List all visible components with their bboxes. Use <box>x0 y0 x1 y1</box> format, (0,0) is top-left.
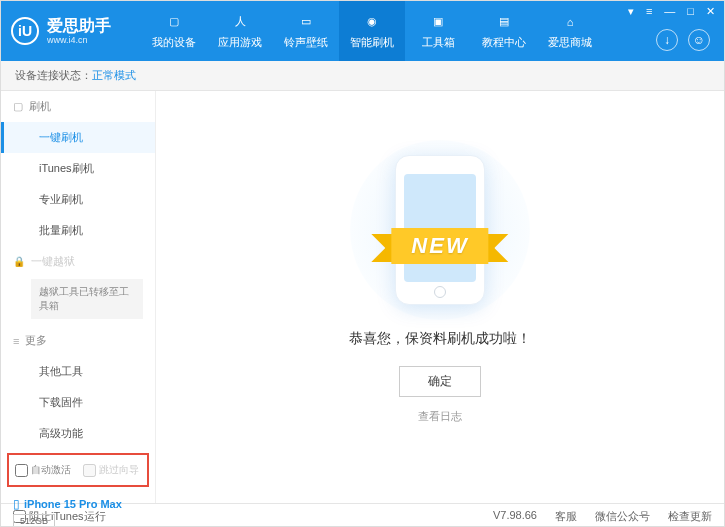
success-message: 恭喜您，保资料刷机成功啦！ <box>349 330 531 348</box>
nav-apps-games[interactable]: 人应用游戏 <box>207 1 273 61</box>
status-bar: 设备连接状态： 正常模式 <box>1 61 724 91</box>
device-info[interactable]: ▯ iPhone 15 Pro Max 512GB iPhone <box>1 491 155 527</box>
device-name: iPhone 15 Pro Max <box>24 498 122 510</box>
nav-ringtone-wallpaper[interactable]: ▭铃声壁纸 <box>273 1 339 61</box>
more-icon: ≡ <box>13 335 19 347</box>
sidebar-item-pro-flash[interactable]: 专业刷机 <box>1 184 155 215</box>
ok-button[interactable]: 确定 <box>399 366 481 397</box>
menu-icon[interactable]: ▾ <box>625 5 637 18</box>
minimize-icon[interactable]: — <box>661 5 678 18</box>
maximize-icon[interactable]: □ <box>684 5 697 18</box>
sidebar: ▢刷机 一键刷机 iTunes刷机 专业刷机 批量刷机 🔒一键越狱 越狱工具已转… <box>1 91 156 503</box>
activation-options-highlighted: 自动激活 跳过向导 <box>7 453 149 487</box>
nav-store[interactable]: ⌂爱思商城 <box>537 1 603 61</box>
download-button[interactable]: ↓ <box>656 29 678 51</box>
sidebar-section-more[interactable]: ≡更多 <box>1 325 155 356</box>
footer-link-update[interactable]: 检查更新 <box>668 509 712 524</box>
settings-icon[interactable]: ≡ <box>643 5 655 18</box>
checkbox-skip-guide[interactable]: 跳过向导 <box>83 463 139 477</box>
device-storage: 512GB <box>13 514 55 527</box>
new-ribbon: NEW <box>391 228 488 264</box>
logo-icon: iU <box>11 17 39 45</box>
list-icon: ▢ <box>13 100 23 113</box>
flash-icon: ◉ <box>363 13 381 31</box>
nav-toolbox[interactable]: ▣工具箱 <box>405 1 471 61</box>
status-label: 设备连接状态： <box>15 68 92 83</box>
window-controls: ▾ ≡ — □ ✕ <box>625 5 718 18</box>
nav-tutorials[interactable]: ▤教程中心 <box>471 1 537 61</box>
image-icon: ▭ <box>297 13 315 31</box>
device-phone-icon: ▯ <box>13 497 20 511</box>
nav-smart-flash[interactable]: ◉智能刷机 <box>339 1 405 61</box>
logo-area: iU 爱思助手 www.i4.cn <box>11 16 141 46</box>
version-label: V7.98.66 <box>493 509 537 524</box>
app-header: iU 爱思助手 www.i4.cn ▢我的设备 人应用游戏 ▭铃声壁纸 ◉智能刷… <box>1 1 724 61</box>
user-button[interactable]: ☺ <box>688 29 710 51</box>
phone-icon: ▢ <box>165 13 183 31</box>
footer-link-wechat[interactable]: 微信公众号 <box>595 509 650 524</box>
view-log-link[interactable]: 查看日志 <box>418 409 462 424</box>
sidebar-section-jailbreak: 🔒一键越狱 <box>1 246 155 277</box>
footer-link-support[interactable]: 客服 <box>555 509 577 524</box>
close-icon[interactable]: ✕ <box>703 5 718 18</box>
top-nav: ▢我的设备 人应用游戏 ▭铃声壁纸 ◉智能刷机 ▣工具箱 ▤教程中心 ⌂爱思商城 <box>141 1 603 61</box>
checkbox-auto-activate[interactable]: 自动激活 <box>15 463 71 477</box>
sidebar-item-other-tools[interactable]: 其他工具 <box>1 356 155 387</box>
sidebar-item-itunes-flash[interactable]: iTunes刷机 <box>1 153 155 184</box>
success-illustration: NEW <box>350 150 530 310</box>
app-title: 爱思助手 <box>47 16 111 35</box>
sidebar-section-flash[interactable]: ▢刷机 <box>1 91 155 122</box>
sidebar-item-batch-flash[interactable]: 批量刷机 <box>1 215 155 246</box>
sidebar-item-onekey-flash[interactable]: 一键刷机 <box>1 122 155 153</box>
lock-icon: 🔒 <box>13 256 25 267</box>
book-icon: ▤ <box>495 13 513 31</box>
nav-my-device[interactable]: ▢我的设备 <box>141 1 207 61</box>
app-url: www.i4.cn <box>47 35 111 46</box>
sidebar-item-download-firmware[interactable]: 下载固件 <box>1 387 155 418</box>
toolbox-icon: ▣ <box>429 13 447 31</box>
sidebar-item-advanced[interactable]: 高级功能 <box>1 418 155 449</box>
main-content: NEW 恭喜您，保资料刷机成功啦！ 确定 查看日志 <box>156 91 724 503</box>
store-icon: ⌂ <box>561 13 579 31</box>
sidebar-jailbreak-note[interactable]: 越狱工具已转移至工具箱 <box>31 279 143 319</box>
status-mode: 正常模式 <box>92 68 136 83</box>
apps-icon: 人 <box>231 13 249 31</box>
